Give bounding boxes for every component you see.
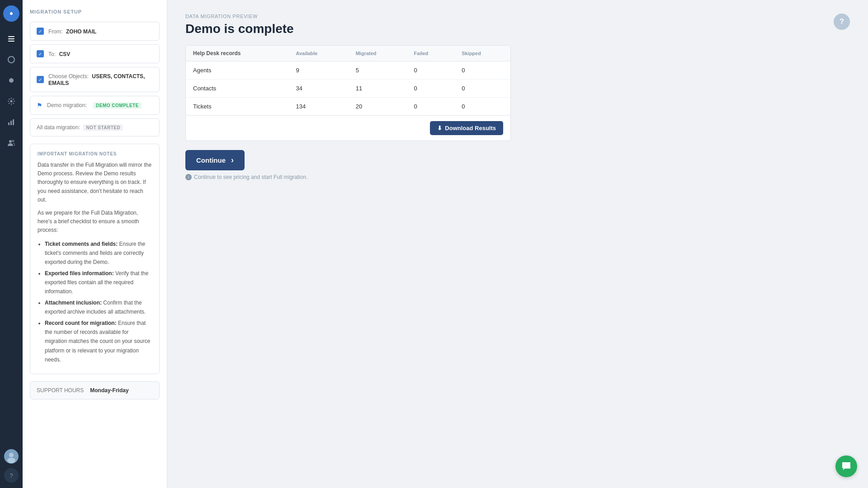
col-failed: Failed <box>407 46 455 61</box>
cell-available: 34 <box>288 80 348 98</box>
notes-title: IMPORTANT MIGRATION NOTES <box>38 151 152 156</box>
check-icon-from: ✓ <box>37 28 44 35</box>
cell-skipped: 0 <box>454 80 510 98</box>
svg-rect-18 <box>844 466 847 467</box>
to-label: To: <box>48 51 56 57</box>
cell-skipped: 0 <box>454 98 510 116</box>
svg-point-13 <box>12 140 14 142</box>
svg-point-15 <box>9 453 14 457</box>
col-records: Help Desk records <box>186 46 288 61</box>
svg-rect-9 <box>8 122 9 125</box>
svg-point-16 <box>7 458 15 463</box>
notes-card: IMPORTANT MIGRATION NOTES Data transfer … <box>30 144 160 374</box>
cell-migrated: 20 <box>349 98 407 116</box>
cell-record: Tickets <box>186 98 288 116</box>
app-logo <box>3 5 19 22</box>
notes-item-4: Record count for migration: Ensure that … <box>45 319 152 365</box>
step-to: ✓ To: CSV <box>30 44 160 63</box>
to-value: CSV <box>59 51 71 57</box>
notes-item-3: Attachment inclusion: Confirm that the e… <box>45 298 152 317</box>
notes-item-2: Exported files information: Verify that … <box>45 269 152 296</box>
cell-record: Contacts <box>186 80 288 98</box>
cell-migrated: 5 <box>349 61 407 80</box>
svg-point-2 <box>10 12 13 15</box>
svg-rect-5 <box>8 41 14 42</box>
breadcrumb: DATA MIGRATION PREVIEW <box>185 14 850 19</box>
info-icon: i <box>185 174 192 180</box>
support-hours-label: SUPPORT HOURS <box>37 387 84 394</box>
cell-record: Agents <box>186 61 288 80</box>
svg-rect-3 <box>8 36 14 37</box>
from-label: From: <box>48 28 62 35</box>
sidebar-help-icon[interactable]: ? <box>4 468 19 483</box>
from-value: ZOHO MAIL <box>66 28 96 35</box>
col-available: Available <box>288 46 348 61</box>
continue-arrow-icon: › <box>231 155 234 165</box>
svg-rect-4 <box>8 38 14 39</box>
svg-point-7 <box>9 78 14 83</box>
objects-label: Choose Objects: <box>48 73 89 80</box>
svg-rect-10 <box>10 121 12 125</box>
page-title: Demo is complete <box>185 22 850 36</box>
step-objects: ✓ Choose Objects: USERS, CONTACTS, EMAIL… <box>30 67 160 92</box>
svg-rect-17 <box>844 465 849 465</box>
cell-failed: 0 <box>407 61 455 80</box>
nav-people-icon[interactable] <box>3 135 19 151</box>
support-hours-card: SUPPORT HOURS Monday-Friday <box>30 381 160 399</box>
cell-failed: 0 <box>407 80 455 98</box>
info-text: Continue to see pricing and start Full m… <box>194 174 307 180</box>
download-results-button[interactable]: ⬇ Download Results <box>430 121 503 135</box>
cell-skipped: 0 <box>454 61 510 80</box>
user-avatar[interactable] <box>4 449 19 464</box>
results-table: Help Desk records Available Migrated Fai… <box>186 46 510 115</box>
cell-available: 134 <box>288 98 348 116</box>
table-row: Contacts 34 11 0 0 <box>186 80 510 98</box>
nav-chart-icon[interactable] <box>3 114 19 130</box>
col-skipped: Skipped <box>454 46 510 61</box>
svg-point-6 <box>8 56 14 63</box>
cell-available: 9 <box>288 61 348 80</box>
info-text-container: i Continue to see pricing and start Full… <box>185 174 850 180</box>
continue-btn-label: Continue <box>196 156 226 164</box>
flag-icon: ⚑ <box>37 102 42 109</box>
notes-list: Ticket comments and fields: Ensure the t… <box>38 239 152 365</box>
chat-button[interactable] <box>835 455 857 477</box>
left-panel: MIGRATION SETUP ✓ From: ZOHO MAIL ✓ To: … <box>23 0 167 488</box>
panel-title: MIGRATION SETUP <box>30 9 160 14</box>
demo-badge: DEMO COMPLETE <box>93 102 142 109</box>
col-migrated: Migrated <box>349 46 407 61</box>
table-header-row: Help Desk records Available Migrated Fai… <box>186 46 510 61</box>
notes-para1: Data transfer in the Full Migration will… <box>38 161 152 204</box>
cell-migrated: 11 <box>349 80 407 98</box>
table-row: Agents 9 5 0 0 <box>186 61 510 80</box>
all-data-card: All data migration: NOT STARTED <box>30 118 160 136</box>
sidebar-nav: ? <box>0 0 23 488</box>
help-circle-button[interactable]: ? <box>834 14 850 30</box>
cell-failed: 0 <box>407 98 455 116</box>
support-hours-value: Monday-Friday <box>90 387 128 394</box>
nav-circle-icon[interactable] <box>3 52 19 68</box>
check-icon-to: ✓ <box>37 50 44 57</box>
download-btn-label: Download Results <box>445 125 496 131</box>
svg-point-12 <box>9 140 12 143</box>
demo-label: Demo migration: <box>47 102 87 108</box>
notes-para2: As we prepare for the Full Data Migratio… <box>38 209 152 235</box>
nav-dot-icon[interactable] <box>3 72 19 89</box>
svg-point-8 <box>10 100 13 103</box>
notes-item-1: Ticket comments and fields: Ensure the t… <box>45 239 152 267</box>
all-data-badge: NOT STARTED <box>83 124 123 131</box>
check-icon-objects: ✓ <box>37 76 44 83</box>
nav-list-icon[interactable] <box>3 31 19 47</box>
results-table-container: Help Desk records Available Migrated Fai… <box>185 45 511 116</box>
download-icon: ⬇ <box>437 125 442 131</box>
demo-migration-card: ⚑ Demo migration: DEMO COMPLETE <box>30 96 160 115</box>
continue-button[interactable]: Continue › <box>185 150 245 170</box>
step-from: ✓ From: ZOHO MAIL <box>30 22 160 41</box>
nav-settings-icon[interactable] <box>3 93 19 109</box>
all-data-label: All data migration: <box>37 124 80 131</box>
main-content: ? DATA MIGRATION PREVIEW Demo is complet… <box>167 0 868 488</box>
svg-rect-11 <box>13 119 14 125</box>
table-row: Tickets 134 20 0 0 <box>186 98 510 116</box>
table-footer: ⬇ Download Results <box>185 116 511 141</box>
